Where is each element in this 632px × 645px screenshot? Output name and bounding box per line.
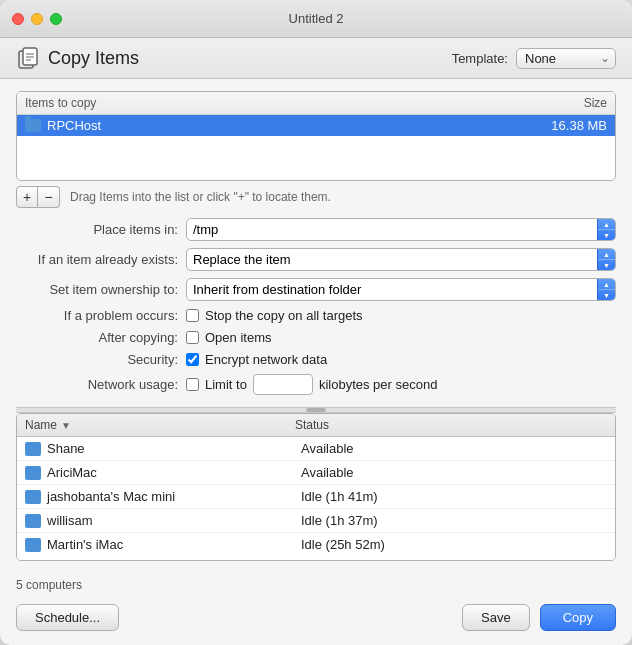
file-list-header: Items to copy Size (17, 92, 615, 115)
security-control: Encrypt network data (186, 352, 327, 367)
ownership-input[interactable] (187, 279, 597, 300)
problem-label: If a problem occurs: (16, 308, 186, 323)
table-row[interactable]: jashobanta's Mac mini Idle (1h 41m) (17, 485, 615, 509)
place-items-input[interactable] (187, 219, 597, 240)
computer-status: Idle (25h 52m) (301, 537, 607, 552)
place-items-select[interactable]: ▲ ▼ (186, 218, 616, 241)
item-exists-label: If an item already exists: (16, 252, 186, 267)
computer-icon (25, 538, 41, 552)
network-label: Network usage: (16, 377, 186, 392)
folder-icon (25, 119, 41, 132)
problem-checkbox[interactable] (186, 309, 199, 322)
toolbar-right: Template: None (452, 48, 616, 69)
after-copying-checkbox[interactable] (186, 331, 199, 344)
computer-name: Martin's iMac (47, 537, 301, 552)
computers-header: Name ▼ Status (17, 414, 615, 437)
computer-name: jashobanta's Mac mini (47, 489, 301, 504)
after-copying-control: Open items (186, 330, 271, 345)
network-checkbox[interactable] (186, 378, 199, 391)
drag-hint: Drag Items into the list or click "+" to… (70, 190, 331, 204)
content-area: Items to copy Size RPCHost 16.38 MB + (0, 79, 632, 573)
maximize-button[interactable] (50, 13, 62, 25)
template-label: Template: (452, 51, 508, 66)
after-copying-label: After copying: (16, 330, 186, 345)
col-status-header: Status (295, 418, 607, 432)
place-items-up[interactable]: ▲ (598, 219, 615, 230)
table-row[interactable]: willisam Idle (1h 37m) (17, 509, 615, 533)
computer-name: Shane (47, 441, 301, 456)
item-exists-select[interactable]: ▲ ▼ (186, 248, 616, 271)
table-row[interactable]: Shane Available (17, 437, 615, 461)
ownership-label: Set item ownership to: (16, 282, 186, 297)
computer-count: 5 computers (0, 573, 632, 594)
bottom-bar: Schedule... Save Copy (0, 594, 632, 645)
ownership-select[interactable]: ▲ ▼ (186, 278, 616, 301)
security-checkbox[interactable] (186, 353, 199, 366)
place-items-control: ▲ ▼ (186, 218, 616, 241)
ownership-down[interactable]: ▼ (598, 290, 615, 300)
divider-handle-grip (306, 408, 326, 412)
col-items-label: Items to copy (25, 96, 96, 110)
form-section: Place items in: ▲ ▼ If an item already e… (16, 218, 616, 395)
computer-icon (25, 490, 41, 504)
computer-icon (25, 514, 41, 528)
place-items-label: Place items in: (16, 222, 186, 237)
file-list-container: Items to copy Size RPCHost 16.38 MB (16, 91, 616, 181)
place-items-stepper[interactable]: ▲ ▼ (597, 219, 615, 240)
item-exists-row: If an item already exists: ▲ ▼ (16, 248, 616, 271)
toolbar: Copy Items Template: None (0, 38, 632, 79)
template-select-wrapper[interactable]: None (516, 48, 616, 69)
ownership-stepper[interactable]: ▲ ▼ (597, 279, 615, 300)
security-label: Security: (16, 352, 186, 367)
place-items-down[interactable]: ▼ (598, 230, 615, 240)
main-window: Untitled 2 Copy Items Template: None (0, 0, 632, 645)
file-list-body[interactable]: RPCHost 16.38 MB (17, 115, 615, 180)
item-exists-stepper[interactable]: ▲ ▼ (597, 249, 615, 270)
network-kb-input[interactable] (253, 374, 313, 395)
schedule-button[interactable]: Schedule... (16, 604, 119, 631)
problem-control: Stop the copy on all targets (186, 308, 363, 323)
titlebar: Untitled 2 (0, 0, 632, 38)
computer-icon (25, 466, 41, 480)
file-row[interactable]: RPCHost 16.38 MB (17, 115, 615, 136)
computer-name: willisam (47, 513, 301, 528)
template-select[interactable]: None (516, 48, 616, 69)
item-exists-input[interactable] (187, 249, 597, 270)
network-checkbox-label: Limit to (205, 377, 247, 392)
place-items-row: Place items in: ▲ ▼ (16, 218, 616, 241)
item-exists-control: ▲ ▼ (186, 248, 616, 271)
file-size: 16.38 MB (551, 118, 607, 133)
computers-table: Name ▼ Status Shane Available AriciMac A… (16, 413, 616, 561)
bottom-right: Save Copy (462, 604, 616, 631)
col-name-header[interactable]: Name ▼ (25, 418, 295, 432)
item-exists-down[interactable]: ▼ (598, 260, 615, 270)
toolbar-left: Copy Items (16, 46, 139, 70)
network-row: Network usage: Limit to kilobytes per se… (16, 374, 616, 395)
table-row[interactable]: Martin's iMac Idle (25h 52m) (17, 533, 615, 556)
computer-status: Idle (1h 37m) (301, 513, 607, 528)
save-button[interactable]: Save (462, 604, 530, 631)
add-button[interactable]: + (16, 186, 38, 208)
remove-button[interactable]: − (38, 186, 60, 208)
minimize-button[interactable] (31, 13, 43, 25)
copy-items-icon (16, 46, 40, 70)
sort-arrow-icon: ▼ (61, 420, 71, 431)
item-exists-up[interactable]: ▲ (598, 249, 615, 260)
computer-status: Idle (1h 41m) (301, 489, 607, 504)
table-row[interactable]: AriciMac Available (17, 461, 615, 485)
security-row: Security: Encrypt network data (16, 352, 616, 367)
file-name: RPCHost (47, 118, 101, 133)
computers-body[interactable]: Shane Available AriciMac Available jasho… (17, 437, 615, 560)
after-copying-row: After copying: Open items (16, 330, 616, 345)
computers-section: Name ▼ Status Shane Available AriciMac A… (16, 413, 616, 561)
copy-button[interactable]: Copy (540, 604, 616, 631)
computer-name: AriciMac (47, 465, 301, 480)
add-bar-row: + − Drag Items into the list or click "+… (16, 186, 616, 208)
security-checkbox-label: Encrypt network data (205, 352, 327, 367)
close-button[interactable] (12, 13, 24, 25)
ownership-up[interactable]: ▲ (598, 279, 615, 290)
toolbar-title: Copy Items (48, 48, 139, 69)
window-title: Untitled 2 (289, 11, 344, 26)
computer-icon (25, 442, 41, 456)
network-kb-label: kilobytes per second (319, 377, 438, 392)
